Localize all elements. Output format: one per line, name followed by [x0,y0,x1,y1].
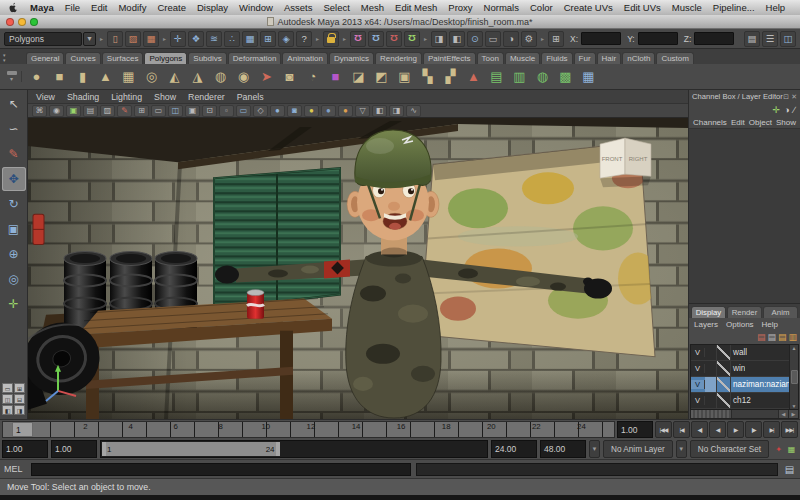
layer-select-icon[interactable]: ▤ [767,332,776,342]
shelf-tab[interactable]: Toon [477,52,504,64]
range-slider-handle[interactable]: 1 24 [102,442,280,456]
smooth-icon[interactable]: ◔ [301,65,324,88]
viewport-menu-item[interactable]: View [36,92,55,102]
shelf-tab[interactable]: Fur [574,52,596,64]
menu-set-dropdown[interactable]: Polygons [4,32,82,46]
channel-box-toggle-icon[interactable]: ◫ [780,31,796,47]
grease-pencil-icon[interactable]: ✎ [117,105,132,117]
spherical-mapping-icon[interactable]: ◍ [531,65,554,88]
script-editor-icon[interactable]: ▤ [783,464,796,475]
lasso-select-tool[interactable]: ∽ [2,117,26,141]
poly-cone-icon[interactable]: ▲ [94,65,117,88]
menubar-item[interactable]: Edit UVs [624,2,661,13]
hscroll-thumb[interactable] [691,410,732,418]
minimize-window-button[interactable] [18,18,26,26]
shelf-tab[interactable]: General [26,52,64,64]
layer-list-vscrollbar[interactable]: ▲ ▼ [789,345,798,409]
shelf-tab[interactable]: Custom [656,52,694,64]
layer-row[interactable]: V naziman:nazianman [691,377,789,393]
channel-box-menu-item[interactable]: Channels [693,118,727,127]
viewport-menu-item[interactable]: Shading [67,92,99,102]
menubar-item[interactable]: Normals [484,2,519,13]
layer-edit-icon[interactable]: ▤ [757,332,766,342]
menubar-item[interactable]: Create [157,2,186,13]
character-set-dropdown[interactable]: No Character Set [690,440,769,458]
play-forward-button[interactable]: ▶ [727,421,744,438]
show-manipulator-tool[interactable]: ✛ [2,292,26,316]
select-component-mode-icon[interactable]: ≋ [206,31,222,47]
scroll-down-icon[interactable]: ▼ [792,403,797,409]
last-tool-slot[interactable] [2,317,26,341]
apple-menu-icon[interactable] [8,2,19,13]
shelf-tab[interactable]: Curves [65,52,100,64]
shelf-tab[interactable]: Rendering [375,52,422,64]
layer-type-cell[interactable] [705,345,717,360]
shelf-tab[interactable]: nCloth [622,52,655,64]
animation-start-field[interactable]: 1.00 [2,440,48,458]
menubar-item[interactable]: Proxy [448,2,472,13]
poly-platonic-icon[interactable]: ◉ [232,65,255,88]
new-empty-layer-icon[interactable]: ▤ [778,332,787,342]
menubar-item[interactable]: Create UVs [564,2,613,13]
shelf-tab[interactable]: Deformation [228,52,282,64]
output-connections-icon[interactable]: ◧ [449,31,465,47]
scale-tool[interactable]: ▣ [2,217,26,241]
go-to-end-button[interactable]: ▶▶| [781,421,798,438]
menubar-item[interactable]: Edit Mesh [395,2,437,13]
statusline-divider[interactable]: ▸ [100,35,103,42]
x-coordinate-input[interactable] [581,32,621,45]
safe-title-icon[interactable]: ▭ [236,105,251,117]
command-line-mode-label[interactable]: MEL [4,464,26,474]
menubar-item[interactable]: Window [239,2,273,13]
menubar-item[interactable]: File [65,2,80,13]
playback-end-field[interactable]: 24.00 [491,440,537,458]
select-camera-icon[interactable]: ⌘ [32,105,47,117]
shelf-tab-menu-icon[interactable]: ▾▾ [3,53,6,63]
animation-end-field[interactable]: 48.00 [540,440,586,458]
tearoff-panel-icon[interactable]: ⊡ [783,93,789,101]
animation-preferences-icon[interactable]: ▦ [785,440,798,458]
automatic-mapping-icon[interactable]: ▩ [554,65,577,88]
statusline-divider[interactable]: ▸ [541,35,544,42]
poly-cube-icon[interactable]: ■ [48,65,71,88]
layer-editor-menu-item[interactable]: Help [762,320,778,329]
textured-mode-icon[interactable]: ◙ [287,105,302,117]
menubar-item[interactable]: Edit [91,2,107,13]
vscroll-thumb[interactable] [791,370,798,384]
shelf-tab[interactable]: Muscle [505,52,540,64]
hypershade-persp-layout-button[interactable]: ◧ [2,405,13,415]
menubar-item[interactable]: Select [323,2,349,13]
layer-visibility-toggle[interactable]: V [691,364,705,373]
layer-row[interactable]: V ch12 [691,393,789,409]
shelf-tab[interactable]: Animation [282,52,328,64]
current-frame-indicator[interactable]: 1 [12,422,33,437]
layer-visibility-toggle[interactable]: V [691,380,705,389]
wireframe-mode-icon[interactable]: ◇ [253,105,268,117]
four-pane-layout-button[interactable]: ⊞ [14,383,25,393]
xray-joints-icon[interactable]: ◨ [389,105,404,117]
sculpt-geometry-icon[interactable]: ➤ [255,65,278,88]
triangulate-icon[interactable]: ▲ [462,65,485,88]
scroll-left-icon[interactable]: ◀ [778,410,788,418]
attribute-editor-toggle-icon[interactable]: ▤ [744,31,760,47]
menubar-item[interactable]: Color [530,2,553,13]
extrude-icon[interactable]: ▣ [393,65,416,88]
snap-to-grid-icon[interactable]: Ω [350,31,366,47]
shelf-tab[interactable]: Subdivs [188,52,226,64]
bridge-icon[interactable]: ▚ [416,65,439,88]
persp-uv-layout-button[interactable]: ◨ [14,405,25,415]
anim-layer-dropdown-arrow[interactable]: ▼ [589,440,600,458]
close-window-button[interactable] [6,18,14,26]
layer-color-swatch[interactable] [717,393,731,408]
layer-type-cell[interactable] [705,361,717,376]
statusline-divider[interactable]: ▸ [163,35,166,42]
lock-camera-icon[interactable]: ◉ [49,105,64,117]
construction-history-icon[interactable]: ⊙ [467,31,483,47]
layer-editor-menu-item[interactable]: Layers [694,320,718,329]
persp-outliner-layout-button[interactable]: ◫ [2,394,13,404]
poly-plane-icon[interactable]: ▦ [117,65,140,88]
grid-toggle-icon[interactable]: ⊞ [134,105,149,117]
shelf-item-menu-icon[interactable]: ▾ [2,71,22,82]
subdiv-proxy-icon[interactable]: ■ [324,65,347,88]
isolate-select-icon[interactable]: ▽ [355,105,370,117]
